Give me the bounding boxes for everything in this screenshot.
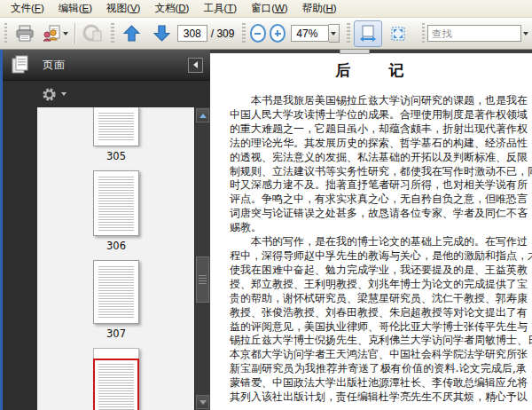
- menu-e[interactable]: 编辑(E): [51, 0, 99, 17]
- thumbnail-item: 308: [93, 348, 139, 410]
- zoom-out-button[interactable]: [250, 24, 266, 43]
- page-count-label: / 309: [211, 28, 235, 40]
- text-line: 的透视、宪法意义的发掘、私法基础的开拓以及判断标准、反限: [230, 151, 527, 165]
- text-line: 新宝副研究员为我推荐并寄送了极有价值的资料.论文完成后,承: [230, 362, 527, 376]
- thumbnail-text: [98, 177, 134, 231]
- page-thumbnail-306[interactable]: [93, 170, 139, 236]
- text-line: 的重大难题之一，它题目虽小，却蕴含颇丰，折射出现代著作权: [230, 122, 527, 137]
- text-line: 其列入该社出版计划，责任编辑杜学亮先生不厌其烦，精心予以: [230, 390, 527, 405]
- zoom-in-icon: [275, 33, 281, 35]
- thumbnail-text: [98, 266, 134, 319]
- collapse-panel-button[interactable]: [188, 58, 203, 73]
- previous-page-button[interactable]: [118, 20, 146, 47]
- thumbnail-text: [98, 364, 134, 410]
- text-line: 授、郑立教授、王利明教授、刘兆年博士为论文的完成提供了宝: [230, 278, 527, 292]
- chevron-down-icon: [61, 92, 66, 96]
- options-button[interactable]: [42, 87, 66, 102]
- pages-panel-title: 页面: [43, 58, 66, 73]
- find-dropdown[interactable]: [521, 22, 530, 45]
- menu-t[interactable]: 工具(T): [196, 0, 244, 17]
- page-thumbnail-308[interactable]: [93, 348, 139, 410]
- print-button[interactable]: [11, 20, 39, 47]
- text-line: 锡拉丘兹大学博士倪扬先生、克利佛兰大学访问学者周敏博士、日: [230, 334, 527, 348]
- share-button-disabled: [79, 20, 107, 47]
- thumbnail-list: 305306307308: [37, 107, 195, 410]
- sidebar-scrollbar[interactable]: [194, 107, 210, 410]
- scroll-down-icon: [200, 400, 207, 405]
- scroll-up-icon: [200, 114, 207, 118]
- toolbar-grip[interactable]: [111, 23, 113, 44]
- current-view-box: [93, 359, 139, 410]
- menubar: 文件(F)编辑(E)视图(V)文档(D)工具(T)窗口(W)帮助(H): [0, 0, 532, 18]
- document-view[interactable]: 后 记 本书是我旅居美国锡拉丘兹大学访问研究的课题，也是我在中国人民大学攻读博士…: [210, 50, 532, 410]
- text-line: 本京都大学访问学者王天鸿法官、中国社会科学院法学研究所张: [230, 348, 527, 362]
- toolbar-separator: [74, 23, 75, 44]
- menu-f[interactable]: 文件(F): [4, 0, 51, 17]
- thumbnail-item: 305: [93, 107, 139, 162]
- scroll-down-button[interactable]: [196, 395, 209, 409]
- pages-panel: 页面 305306307308: [3, 50, 210, 410]
- text-line: 使我在困难中奋起、勉力完成学业，我还要提及的是、王益英教: [230, 264, 527, 278]
- page-up-icon: [123, 25, 140, 42]
- pdf-viewer-window: 文件(F)编辑(E)视图(V)文档(D)工具(T)窗口(W)帮助(H): [0, 0, 532, 410]
- fit-page-button[interactable]: [384, 20, 412, 47]
- page-body: 本书是我旅居美国锡拉丘兹大学访问研究的课题，也是我在中国人民大学攻读博士学位的成…: [210, 81, 532, 405]
- thumbnail-item: 307: [93, 260, 139, 340]
- collaborate-icon: [42, 25, 63, 43]
- menu-h[interactable]: 帮助(H): [295, 0, 344, 17]
- chevron-down-icon: [331, 32, 336, 35]
- zoom-out-icon: [254, 33, 261, 35]
- fit-page-icon: [389, 25, 407, 43]
- text-line: 制规则、立法建议书等实务性研究，都使我在写作时激动不已，同: [230, 165, 527, 179]
- scrollbar-thumb[interactable]: [196, 256, 209, 303]
- chevron-down-icon: [523, 32, 528, 35]
- pages-panel-toolbar: [3, 81, 210, 107]
- gear-icon: [42, 87, 57, 102]
- page-title: 后 记: [210, 60, 532, 81]
- zoom-level-value[interactable]: 47%: [291, 25, 328, 42]
- pages-icon: [10, 54, 31, 75]
- fit-width-icon: [359, 25, 377, 43]
- collaborate-dropdown[interactable]: [63, 22, 68, 45]
- text-line: 教授、张俊浩教授、刘春田教授、朱启超教授等对论文提出了有: [230, 306, 527, 320]
- collapse-left-icon: [193, 61, 198, 68]
- fit-width-button[interactable]: [354, 20, 382, 47]
- page-thumbnail-305[interactable]: [93, 107, 139, 146]
- page-thumbnail-307[interactable]: [93, 260, 139, 324]
- scroll-up-button[interactable]: [196, 108, 209, 122]
- collaborate-button[interactable]: [41, 20, 69, 47]
- text-line: 本书的写作，是在我的博士论文的基础上完成的。在写作过: [230, 235, 527, 249]
- page-number-input[interactable]: [177, 25, 207, 42]
- text-line: 评点。争鸣之中，有求实求真之心，无自矜自负之意，但唯恐言: [230, 193, 527, 207]
- text-line: 词唐突与论证错误之处甚多，故恳请各位专家、学者及同仁不吝: [230, 207, 527, 221]
- thumbnail-item: 306: [93, 170, 139, 252]
- page-gap: [210, 50, 532, 53]
- find-input[interactable]: [427, 25, 521, 42]
- toolbar-grip[interactable]: [242, 23, 245, 44]
- menu-d[interactable]: 文档(D): [147, 0, 196, 17]
- text-line: 贵的帮助，谢怀栻研究员、梁慧星研究员、沈仁干教授、郭寿康: [230, 292, 527, 306]
- text-line: 程中，深得导师赵中孚先生的教诲与关心，是他的激励和指点，才: [230, 249, 527, 264]
- pages-panel-header: 页面: [3, 50, 210, 81]
- page-down-icon: [153, 25, 170, 42]
- content-area: 页面 305306307308: [0, 50, 532, 410]
- text-line: 中国人民大学攻读博士学位的成果。合理使用制度是著作权领域: [230, 108, 527, 122]
- thumbnail-page-number: 306: [106, 240, 126, 252]
- previous-page-edge: [340, 50, 370, 54]
- menu-v[interactable]: 视图(V): [99, 0, 147, 17]
- text-line: 赐教。: [230, 221, 527, 235]
- thumbnail-page-number: 307: [106, 327, 126, 340]
- text-line: 时又深感力逮不及。拙著直抒笔者研习所得，也对相关学说有所: [230, 178, 527, 193]
- toolbar-grip[interactable]: [4, 23, 7, 44]
- menu-w[interactable]: 窗口(W): [244, 0, 295, 17]
- zoom-level-dropdown[interactable]: [329, 24, 340, 43]
- zoom-in-button[interactable]: [270, 24, 286, 43]
- toolbar-grip[interactable]: [347, 23, 349, 44]
- thumbnail-text: [98, 113, 134, 141]
- toolbar-grip[interactable]: [422, 23, 425, 44]
- text-line: 本书是我旅居美国锡拉丘兹大学访问研究的课题，也是我在: [230, 94, 527, 108]
- next-page-button[interactable]: [148, 20, 176, 47]
- printer-icon: [15, 25, 35, 43]
- text-line: 益的评阅意见，美国执业律师、哥伦比亚大学博士张传平先生与: [230, 320, 527, 335]
- text-line: 蒙错爱、中国政法大学出版社池源潭社长、李传敢总编辑应允将: [230, 376, 527, 390]
